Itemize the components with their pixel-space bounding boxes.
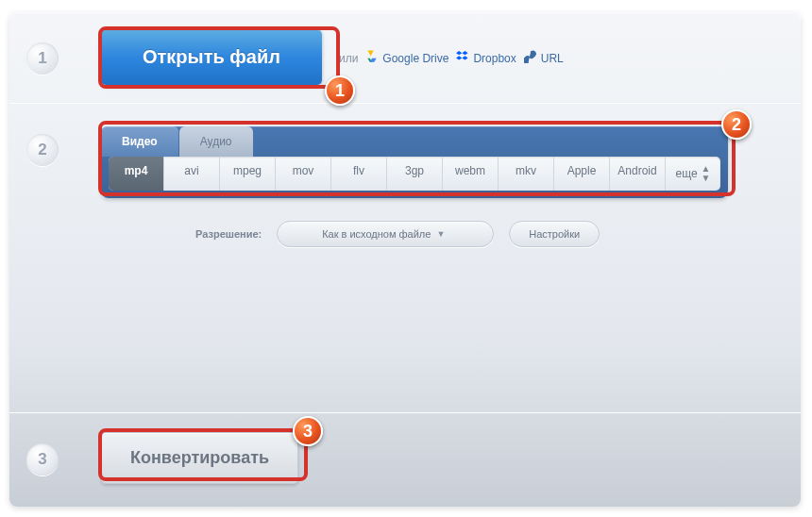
format-flv[interactable]: flv (331, 157, 387, 191)
format-android[interactable]: Android (610, 157, 666, 191)
step-3-badge: 3 (26, 443, 59, 475)
tab-audio[interactable]: Аудио (179, 126, 253, 157)
step-1-badge: 1 (26, 42, 59, 75)
link-icon (524, 50, 537, 66)
url-label: URL (541, 52, 564, 65)
step-3-row: 3 Конвертировать (9, 412, 801, 503)
sort-icon: ▲▼ (702, 164, 711, 183)
open-file-alternatives: или Google Drive Dropbox URL (339, 50, 564, 66)
format-mpeg[interactable]: mpeg (220, 157, 276, 191)
format-mp4[interactable]: mp4 (109, 157, 164, 191)
google-drive-icon (365, 50, 379, 66)
format-list: mp4 avi mpeg mov flv 3gp webm mkv Apple … (109, 157, 720, 191)
format-3gp[interactable]: 3gp (387, 157, 443, 191)
dropbox-icon (456, 50, 469, 66)
settings-button[interactable]: Настройки (509, 221, 600, 247)
format-mov[interactable]: mov (276, 157, 331, 191)
format-avi[interactable]: avi (164, 157, 220, 191)
step-2-badge: 2 (26, 134, 59, 166)
step-2-row: 2 Видео Аудио mp4 avi mpeg mov flv 3gp w… (9, 103, 801, 412)
converter-panel: 1 Открыть файл или Google Drive Dropbox (9, 12, 801, 507)
convert-button[interactable]: Конвертировать (101, 432, 298, 484)
resolution-value: Как в исходном файле (322, 228, 431, 240)
resolution-label: Разрешение: (195, 228, 262, 240)
resolution-row: Разрешение: Как в исходном файле ▼ Настр… (195, 221, 728, 247)
resolution-select[interactable]: Как в исходном файле ▼ (277, 221, 494, 247)
tab-video[interactable]: Видео (101, 126, 178, 157)
url-link[interactable]: URL (524, 50, 564, 66)
media-tabs: Видео Аудио (101, 126, 728, 157)
format-panel: Видео Аудио mp4 avi mpeg mov flv 3gp web… (101, 126, 728, 198)
or-label: или (339, 52, 358, 65)
format-more[interactable]: еще ▲▼ (666, 157, 720, 191)
dropbox-label: Dropbox (473, 52, 516, 65)
format-more-label: еще (676, 167, 698, 180)
format-webm[interactable]: webm (443, 157, 499, 191)
step-1-row: 1 Открыть файл или Google Drive Dropbox (9, 12, 801, 103)
chevron-down-icon: ▼ (436, 229, 445, 239)
dropbox-link[interactable]: Dropbox (456, 50, 516, 66)
google-drive-label: Google Drive (382, 52, 448, 65)
format-apple[interactable]: Apple (554, 157, 610, 191)
format-mkv[interactable]: mkv (499, 157, 554, 191)
open-file-button[interactable]: Открыть файл (101, 29, 322, 85)
google-drive-link[interactable]: Google Drive (365, 50, 448, 66)
